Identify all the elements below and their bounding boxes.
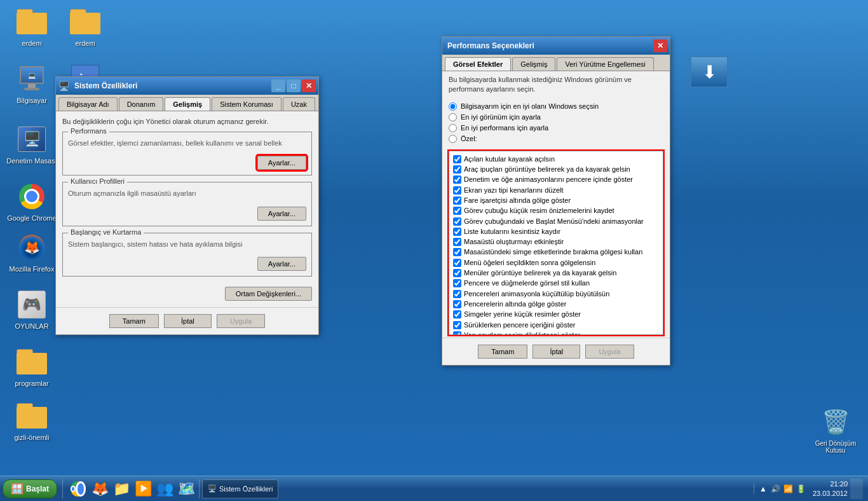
checkbox-item: Yarı saydam seçim dikdörtgeni göster <box>452 330 660 335</box>
computer-icon: 💻 <box>17 64 47 94</box>
checkbox-item: Görev çubuğundaki ve Başlat Menüsü'ndeki… <box>452 216 660 226</box>
checkbox-label: Menüler görüntüye belirerek ya da kayara… <box>464 268 616 277</box>
desktop-icon-firefox[interactable]: 🦊 Mozilla Firefox <box>6 232 57 273</box>
checkbox-1[interactable] <box>453 165 461 174</box>
desktop-icon-erdem1[interactable]: erdem <box>6 6 57 47</box>
active-window-icon: 🖥️ <box>208 484 217 493</box>
radio-label: En iyi görünüm için ayarla <box>461 113 541 121</box>
clock-date: 23.03.2012 <box>813 489 848 498</box>
taskbar-divider2 <box>199 479 200 498</box>
clock-time: 21:20 <box>813 479 848 488</box>
checkbox-label: Fare işaretçisi altında gölge göster <box>464 196 571 205</box>
control-panel-icon: 🖥️ <box>17 124 47 154</box>
close-button[interactable]: ✕ <box>302 79 316 92</box>
speaker-icon[interactable]: 🔊 <box>771 484 781 494</box>
perf-iptal-button[interactable]: İptal <box>532 345 580 359</box>
radio-windows-secsin[interactable]: Bilgisayarım için en iyi olanı Windows s… <box>449 102 663 111</box>
checkbox-5[interactable] <box>453 207 461 215</box>
minimize-button[interactable]: _ <box>271 79 285 92</box>
desktop-icon-chrome[interactable]: Google Chrome <box>6 181 57 222</box>
taskbar-map-icon[interactable]: 🗺️ <box>176 479 196 499</box>
baslangic-group-title: Başlangıç ve Kurtarma <box>68 228 144 236</box>
taskbar-explorer-icon[interactable]: 📁 <box>111 479 132 499</box>
checkbox-0[interactable] <box>453 155 461 163</box>
perf-tamam-button[interactable]: Tamam <box>478 345 527 359</box>
network-icon[interactable]: 📶 <box>783 484 794 494</box>
checkbox-item: Denetim ve öğe animasyonlarını pencere i… <box>452 174 660 184</box>
explorer-taskbar-icon: 📁 <box>113 481 130 497</box>
perf-tab-gelismis[interactable]: Gelişmiş <box>512 57 555 71</box>
show-desktop-button[interactable] <box>850 479 863 499</box>
radio-label: Özel: <box>461 135 477 142</box>
games-icon: 🎮 <box>17 289 47 320</box>
windows-logo-icon: 🪟 <box>11 483 24 495</box>
desktop-icon-gizli[interactable]: gizli-önemli <box>6 401 57 441</box>
radio-ozel[interactable]: Özel: <box>449 135 663 143</box>
taskbar-people-icon[interactable]: 👥 <box>154 479 175 499</box>
checkbox-label: Pencerelerin altında gölge göster <box>464 299 566 308</box>
baslangic-group: Başlangıç ve Kurtarma Sistem başlangıcı,… <box>62 233 312 277</box>
radio-gorsel[interactable]: En iyi görünüm için ayarla <box>449 113 663 121</box>
perf-close-button[interactable]: ✕ <box>653 39 667 52</box>
perf-tab-gorsel[interactable]: Görsel Efektler <box>445 57 511 71</box>
perf-uygula-button[interactable]: Uygula <box>585 345 634 359</box>
maximize-button[interactable]: □ <box>287 79 301 92</box>
desktop-icon-denetim[interactable]: 🖥️ Denetim Masası <box>6 124 57 165</box>
ortam-button[interactable]: Ortam Değişkenleri... <box>225 287 312 301</box>
checkbox-9[interactable] <box>453 248 461 256</box>
desktop-icon-oyunlar[interactable]: 🎮 OYUNLAR <box>6 289 57 330</box>
tab-bilgisayar-adi[interactable]: Bilgisayar Adı <box>58 97 118 111</box>
checkbox-17[interactable] <box>453 331 461 335</box>
tab-gelismis[interactable]: Gelişmiş <box>165 97 210 111</box>
battery-icon[interactable]: 🔋 <box>796 484 806 494</box>
arrow-up-icon[interactable]: ▲ <box>758 484 768 494</box>
taskbar-right: ▲ 🔊 📶 🔋 21:20 23.03.2012 <box>754 479 868 499</box>
iptal-button[interactable]: İptal <box>164 314 212 328</box>
desktop-icon-erdem2[interactable]: erdem <box>60 6 111 47</box>
checkbox-14[interactable] <box>453 300 461 308</box>
taskbar-chrome-icon[interactable] <box>68 479 88 499</box>
checkbox-16[interactable] <box>453 321 461 329</box>
active-window-label: Sistem Özellikleri <box>219 485 273 493</box>
tab-uzak[interactable]: Uzak <box>283 97 315 111</box>
checkbox-item: Pencerelerin altında gölge göster <box>452 299 660 309</box>
down-arrow-button[interactable]: ⬇ <box>690 56 728 88</box>
desktop-icon-recycle[interactable]: 🗑️ Geri DönüşümKutusu <box>810 407 861 454</box>
checkbox-2[interactable] <box>453 175 461 184</box>
folder-icon <box>17 347 47 377</box>
taskbar-media-icon[interactable]: ▶️ <box>133 479 153 499</box>
perf-tab-veri[interactable]: Veri Yürütme Engellemesi <box>557 57 653 71</box>
taskbar-firefox-icon[interactable]: 🦊 <box>90 479 110 499</box>
checkbox-15[interactable] <box>453 310 461 319</box>
checkbox-10[interactable] <box>453 259 461 267</box>
desktop-icon-label: programlar <box>15 380 48 387</box>
checkbox-item: Açılan kutular kayarak açılsın <box>452 154 660 164</box>
checkbox-7[interactable] <box>453 228 461 236</box>
desktop-icon-bilgisayar[interactable]: 💻 Bilgisayar <box>6 64 57 104</box>
checkbox-item: Masaüstündeki simge etiketlerinde bırakm… <box>452 247 660 257</box>
desktop-icon-label: Mozilla Firefox <box>10 265 55 273</box>
checkbox-12[interactable] <box>453 279 461 287</box>
checkbox-8[interactable] <box>453 238 461 246</box>
tab-sistem-korumasi[interactable]: Sistem Koruması <box>212 97 281 111</box>
checkbox-3[interactable] <box>453 186 461 195</box>
checkbox-13[interactable] <box>453 290 461 298</box>
performans-ayarlar-button[interactable]: Ayarlar... <box>257 156 306 170</box>
kullanici-ayarlar-button[interactable]: Ayarlar... <box>257 207 306 221</box>
window-title: Sistem Özellikleri <box>72 81 271 90</box>
radio-performans[interactable]: En iyi performans için ayarla <box>449 124 663 132</box>
kullanici-group-title: Kullanıcı Profilleri <box>68 177 127 185</box>
desktop-icon-programlar[interactable]: programlar <box>6 347 57 387</box>
checkbox-4[interactable] <box>453 196 461 205</box>
checkbox-11[interactable] <box>453 269 461 277</box>
start-button[interactable]: 🪟 Başlat <box>3 479 57 498</box>
radio-label: Bilgisayarım için en iyi olanı Windows s… <box>461 102 599 110</box>
checkbox-6[interactable] <box>453 217 461 226</box>
tab-donanim[interactable]: Donanım <box>119 97 164 111</box>
tamam-button[interactable]: Tamam <box>109 314 159 328</box>
uygula-button[interactable]: Uygula <box>217 314 265 328</box>
perf-checkbox-list: Açılan kutular kayarak açılsınAraç ipuçl… <box>449 151 663 335</box>
map-taskbar-icon: 🗺️ <box>178 481 195 497</box>
active-window-button[interactable]: 🖥️ Sistem Özellikleri <box>202 479 278 498</box>
baslangic-ayarlar-button[interactable]: Ayarlar... <box>257 257 306 271</box>
